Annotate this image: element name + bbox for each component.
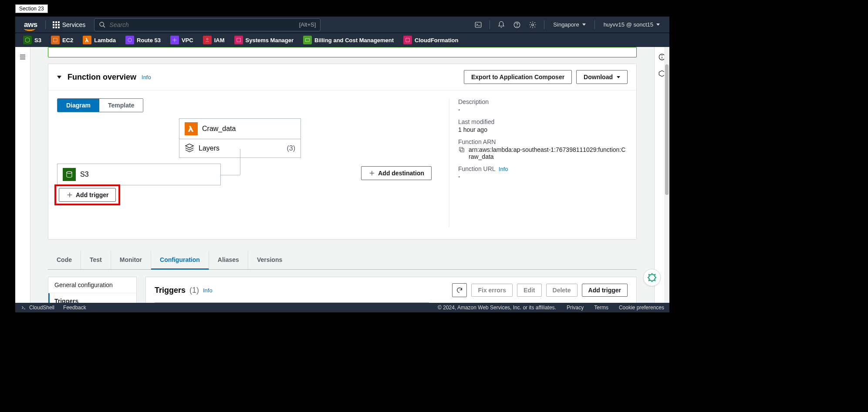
arn-value: arn:aws:lambda:ap-southeast-1:7673981110…	[469, 146, 628, 160]
scroll-thumb[interactable]	[665, 64, 669, 195]
divider	[45, 20, 46, 29]
add-destination-button[interactable]: Add destination	[361, 166, 432, 180]
svg-rect-23	[460, 148, 464, 152]
notifications-icon[interactable]	[493, 17, 509, 33]
tab-code[interactable]: Code	[48, 251, 81, 269]
svc-label: S3	[34, 37, 41, 44]
svg-point-10	[206, 38, 208, 40]
add-destination-label: Add destination	[378, 170, 424, 177]
refresh-icon	[456, 287, 463, 294]
search-icon	[99, 21, 106, 28]
svc-label: CloudFormation	[415, 37, 458, 44]
url-label: Function URL Info	[458, 165, 628, 172]
side-item-general[interactable]: General configuration	[48, 277, 136, 293]
triggers-info-link[interactable]: Info	[203, 287, 213, 294]
svc-route53[interactable]: Route 53	[122, 36, 164, 44]
scrollbar[interactable]	[664, 47, 669, 303]
privacy-link[interactable]: Privacy	[567, 305, 584, 311]
left-drawer-toggle[interactable]	[15, 47, 30, 303]
cloudshell-link[interactable]: CloudShell	[20, 305, 54, 311]
terms-link[interactable]: Terms	[594, 305, 608, 311]
triggers-panel: Triggers (1) Info Fix errors Edit Dele	[145, 277, 637, 303]
top-nav: aws Services [Alt+S]	[15, 17, 669, 33]
svc-label: VPC	[182, 37, 193, 44]
toggle-diagram[interactable]: Diagram	[57, 99, 99, 112]
services-label: Services	[62, 21, 86, 28]
service-shortcut-bar: S3 EC2 Lambda Route 53 VPC IAM	[15, 33, 669, 47]
modified-value: 1 hour ago	[458, 126, 628, 133]
function-name: Craw_data	[202, 125, 236, 133]
svg-rect-2	[476, 22, 482, 27]
add-trigger-button-panel[interactable]: Add trigger	[582, 284, 628, 297]
plus-icon	[66, 191, 73, 198]
svc-ssm[interactable]: Systems Manager	[231, 36, 297, 44]
layers-count: (3)	[287, 144, 295, 152]
cloudshell-label: CloudShell	[29, 305, 54, 311]
config-side-nav: General configuration Triggers	[48, 277, 137, 303]
tab-configuration[interactable]: Configuration	[151, 251, 209, 270]
region-selector[interactable]: Singapore	[548, 21, 591, 28]
modified-label: Last modified	[458, 118, 628, 125]
svg-point-7	[532, 23, 534, 26]
overview-info-link[interactable]: Info	[142, 74, 151, 80]
function-tabs: Code Test Monitor Configuration Aliases …	[48, 251, 637, 270]
svc-label: IAM	[214, 37, 225, 44]
collapse-caret-icon[interactable]	[57, 76, 61, 79]
fix-errors-button[interactable]: Fix errors	[471, 284, 513, 297]
svg-marker-17	[186, 144, 193, 148]
search-hint: [Alt+S]	[299, 21, 316, 28]
refresh-button[interactable]	[452, 283, 467, 297]
svc-cloudformation[interactable]: CloudFormation	[400, 36, 462, 44]
svg-point-18	[67, 171, 72, 174]
svc-vpc[interactable]: VPC	[167, 36, 197, 44]
desc-value: -	[458, 106, 628, 113]
copyright: © 2024, Amazon Web Services, Inc. or its…	[438, 305, 556, 311]
svc-iam[interactable]: IAM	[199, 36, 228, 44]
download-button[interactable]: Download	[576, 70, 628, 84]
svc-ec2[interactable]: EC2	[47, 36, 77, 44]
cloudshell-icon[interactable]	[470, 17, 486, 33]
svc-billing[interactable]: Billing and Cost Management	[300, 36, 397, 44]
help-icon[interactable]	[509, 17, 525, 33]
copy-icon[interactable]	[458, 146, 465, 154]
svc-lambda[interactable]: Lambda	[79, 36, 119, 44]
download-label: Download	[584, 74, 613, 80]
lambda-icon	[185, 122, 198, 135]
edit-button[interactable]: Edit	[517, 284, 541, 297]
svg-point-9	[128, 38, 132, 42]
toggle-template[interactable]: Template	[99, 99, 143, 112]
overview-title: Function overview	[68, 73, 136, 82]
account-label: huyvv15 @ sonct15	[604, 21, 653, 28]
trigger-node-s3[interactable]: S3	[57, 164, 221, 185]
search-input[interactable]	[109, 21, 299, 28]
cookies-link[interactable]: Cookie preferences	[619, 305, 664, 311]
add-trigger-button[interactable]: Add trigger	[59, 188, 116, 202]
account-menu[interactable]: huyvv15 @ sonct15	[598, 21, 665, 28]
browser-tab: Section 23	[15, 4, 48, 13]
divider	[544, 20, 544, 29]
url-value: -	[458, 173, 628, 180]
side-item-triggers[interactable]: Triggers	[48, 293, 136, 303]
settings-icon[interactable]	[525, 17, 540, 33]
amazon-q-button[interactable]	[643, 269, 661, 286]
svg-rect-24	[459, 147, 463, 151]
region-label: Singapore	[553, 21, 579, 28]
tab-test[interactable]: Test	[81, 251, 111, 269]
delete-button[interactable]: Delete	[546, 284, 578, 297]
svc-label: Billing and Cost Management	[314, 37, 394, 44]
desc-label: Description	[458, 98, 628, 105]
tab-aliases[interactable]: Aliases	[209, 251, 248, 269]
svc-s3[interactable]: S3	[20, 36, 45, 44]
svc-label: Lambda	[94, 37, 116, 44]
export-button[interactable]: Export to Application Composer	[464, 70, 572, 84]
connector	[240, 149, 240, 175]
tab-monitor[interactable]: Monitor	[111, 251, 151, 269]
services-menu[interactable]: Services	[49, 21, 89, 28]
layers-icon	[185, 143, 194, 154]
feedback-link[interactable]: Feedback	[63, 305, 86, 311]
search-box[interactable]: [Alt+S]	[94, 18, 321, 31]
tab-versions[interactable]: Versions	[248, 251, 291, 269]
svg-rect-12	[305, 39, 309, 42]
aws-logo[interactable]: aws	[20, 20, 42, 29]
url-info-link[interactable]: Info	[499, 166, 508, 172]
